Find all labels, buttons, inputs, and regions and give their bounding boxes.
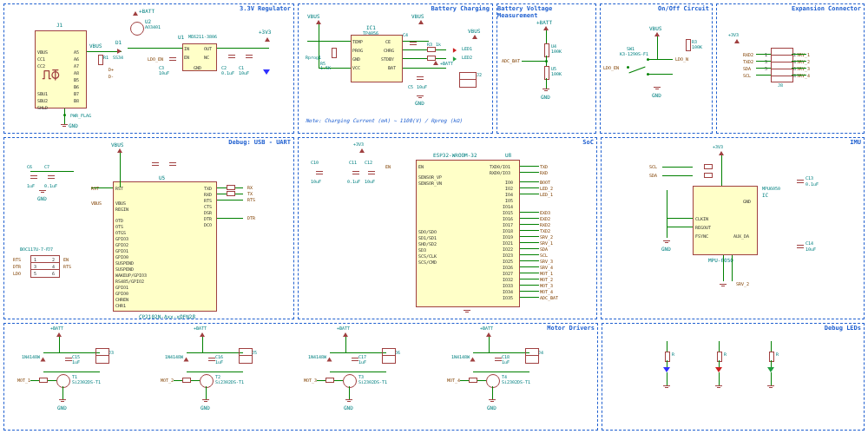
net: SDA — [649, 173, 657, 178]
pin: SDO/SDO — [418, 229, 437, 234]
pin: SHLD — [37, 105, 48, 110]
wire — [719, 372, 720, 385]
pin: IO14 — [503, 204, 513, 209]
ref: J2 — [477, 72, 482, 77]
gnd-icon — [720, 284, 727, 287]
gnd: GND — [201, 404, 210, 411]
pin: CTS — [204, 204, 212, 209]
diode-part: 1N4148W — [22, 354, 40, 359]
c: C12 — [365, 160, 372, 165]
pin: SENSOR_VN — [418, 181, 442, 186]
wire — [792, 61, 806, 62]
pin: SCS/CMD — [418, 260, 437, 265]
r-top — [544, 43, 549, 57]
r7 — [227, 185, 235, 190]
motor-conn — [382, 348, 396, 364]
wire — [546, 78, 547, 89]
pin: B6 — [74, 84, 79, 89]
wire — [473, 352, 529, 353]
junction-icon — [63, 114, 66, 116]
diode-part: 1N4148W — [165, 354, 183, 359]
gnd-icon — [654, 87, 661, 90]
pin: SCS/CLK — [418, 253, 437, 259]
gnd: GND — [57, 404, 67, 411]
pin: A7 — [74, 63, 79, 69]
c: C11 — [349, 160, 357, 165]
wire — [756, 61, 771, 62]
pin: IO4 — [505, 192, 513, 197]
conn-ref: J3 — [108, 350, 114, 355]
led: LED1 — [462, 46, 472, 51]
n: 1 — [34, 257, 36, 262]
pin: IO33 — [503, 283, 513, 288]
gate-r — [469, 378, 477, 383]
c: 10uF — [806, 247, 816, 252]
pin: SD1/SD1 — [418, 235, 437, 240]
c: 10uF — [365, 179, 375, 184]
usb-connector: ⎍⏁ — [35, 30, 87, 108]
gnd: GND — [69, 122, 78, 128]
c1 — [246, 52, 253, 61]
block-title: SoC — [582, 139, 594, 146]
wire — [489, 337, 490, 352]
pin: GND — [352, 56, 360, 62]
pin: EN — [184, 55, 189, 60]
net-in: MOT_3 — [304, 378, 317, 383]
pin: RTS — [204, 198, 212, 203]
n: 8 — [793, 73, 796, 78]
pin: RXD2 — [743, 52, 753, 57]
wire — [128, 48, 182, 49]
pin: CC1 — [37, 56, 45, 62]
c: 0.1uF — [44, 183, 57, 188]
wire — [520, 254, 539, 255]
wire — [520, 266, 539, 267]
block-title: Battery Charging — [431, 5, 490, 12]
pin: IO23 — [503, 253, 513, 258]
l: RTS — [13, 257, 21, 262]
pin: CE — [385, 39, 391, 44]
net: +BATT — [139, 8, 155, 14]
c: C10 — [311, 160, 319, 165]
ref: U2 — [145, 18, 151, 24]
pin: OTGS — [115, 230, 126, 235]
wire — [520, 230, 539, 231]
pin: IO17 — [503, 222, 513, 227]
pin: B8 — [74, 98, 79, 103]
r: R1 — [103, 55, 108, 60]
wire — [756, 68, 771, 69]
net: +3V3 — [728, 32, 739, 37]
net-vbatt: +BATT — [337, 326, 350, 331]
pin: OTD — [115, 218, 123, 223]
c9 — [169, 160, 176, 168]
wire — [202, 337, 203, 352]
pwrflag: PWR_FLAG — [70, 113, 91, 118]
net: TXD2 — [540, 228, 550, 233]
wire — [520, 224, 539, 225]
gnd-icon — [663, 385, 670, 389]
wire — [667, 227, 693, 227]
wire — [349, 386, 350, 399]
power-arrow-icon — [359, 148, 365, 153]
pin: IO35 — [503, 295, 513, 300]
wire — [43, 352, 100, 353]
block-debug-leds: Debug LEDs R R R — [602, 323, 865, 431]
net: EXD3 — [540, 210, 550, 215]
gnd-icon — [61, 124, 68, 128]
pin: IN — [184, 46, 189, 51]
wire — [719, 341, 720, 352]
r — [704, 173, 713, 178]
wire — [520, 297, 539, 298]
gnd: GND — [415, 100, 424, 106]
pin: REGIN — [115, 207, 128, 212]
wire — [62, 386, 63, 399]
net: LDO_EN — [148, 56, 163, 62]
wire — [756, 54, 771, 55]
pin: TEMP — [352, 39, 363, 44]
mosfet-icon — [130, 22, 144, 36]
n: 5 — [34, 271, 36, 276]
net: SCL — [540, 253, 548, 258]
gnd: GND — [37, 195, 47, 201]
c11 — [352, 168, 359, 177]
r: 100K — [551, 71, 562, 76]
cap-val: 1uF — [502, 359, 510, 365]
